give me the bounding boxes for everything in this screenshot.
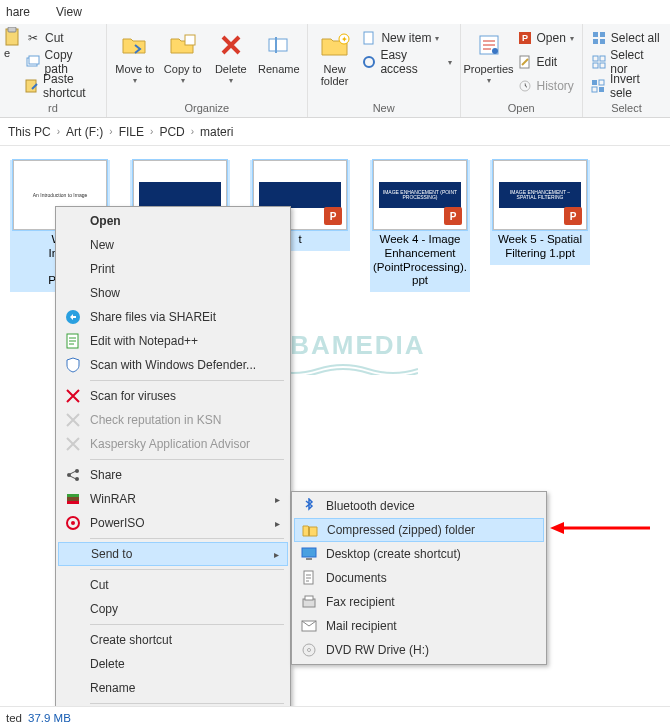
svg-rect-27 — [599, 80, 604, 85]
menu-cut[interactable]: Cut — [58, 573, 288, 597]
powerpoint-icon: P — [564, 207, 582, 225]
history-icon — [517, 78, 533, 94]
menu-ksn[interactable]: Check reputation in KSN — [58, 408, 288, 432]
invert-selection-button[interactable]: Invert sele — [587, 75, 666, 97]
menu-create-shortcut[interactable]: Create shortcut — [58, 628, 288, 652]
tab-view[interactable]: View — [56, 5, 82, 19]
mail-icon — [300, 617, 318, 635]
menu-delete[interactable]: Delete — [58, 652, 288, 676]
chevron-right-icon: › — [109, 126, 112, 137]
svg-rect-40 — [308, 527, 310, 536]
new-item-button[interactable]: New item ▾ — [357, 27, 455, 49]
edit-button[interactable]: Edit — [513, 51, 578, 73]
rename-icon — [263, 29, 295, 61]
easy-access-icon — [361, 54, 376, 70]
status-size: 37.9 MB — [28, 712, 71, 724]
context-menu: Open New Print Show Share files via SHAR… — [55, 206, 291, 728]
new-group-label: New — [312, 100, 456, 116]
svg-rect-28 — [592, 87, 597, 92]
svg-point-13 — [492, 48, 498, 54]
bc-0[interactable]: This PC — [8, 125, 51, 139]
svg-rect-24 — [593, 63, 598, 68]
menu-scan-virus[interactable]: Scan for viruses — [58, 384, 288, 408]
kaspersky-icon — [64, 411, 82, 429]
paste-button[interactable]: e — [4, 27, 21, 59]
cut-button[interactable]: ✂Cut — [21, 27, 102, 49]
poweriso-icon — [64, 514, 82, 532]
bc-2[interactable]: FILE — [119, 125, 144, 139]
svg-rect-3 — [29, 56, 39, 64]
zip-folder-icon — [301, 521, 319, 539]
menu-dvd[interactable]: DVD RW Drive (H:) — [294, 638, 544, 662]
easy-access-button[interactable]: Easy access ▾ — [357, 51, 455, 73]
select-group-label: Select — [587, 100, 666, 116]
new-folder-button[interactable]: ✦ New folder — [312, 27, 358, 87]
new-item-icon — [361, 30, 377, 46]
annotation-arrow — [550, 520, 650, 536]
chevron-right-icon: › — [150, 126, 153, 137]
chevron-right-icon: › — [57, 126, 60, 137]
menu-print[interactable]: Print — [58, 257, 288, 281]
menu-poweriso[interactable]: PowerISO▸ — [58, 511, 288, 535]
documents-icon — [300, 569, 318, 587]
organize-group-label: Organize — [111, 100, 303, 116]
delete-icon — [215, 29, 247, 61]
menu-show[interactable]: Show — [58, 281, 288, 305]
file-item[interactable]: IMAGE ENHANCEMENT (POINT PROCESSING)P We… — [370, 160, 470, 292]
powerpoint-icon: P — [324, 207, 342, 225]
bc-3[interactable]: PCD — [159, 125, 184, 139]
select-none-button[interactable]: Select nor — [587, 51, 666, 73]
menu-bluetooth[interactable]: Bluetooth device — [294, 494, 544, 518]
menu-mail[interactable]: Mail recipient — [294, 614, 544, 638]
properties-icon — [473, 29, 505, 61]
svg-rect-23 — [600, 56, 605, 61]
bc-1[interactable]: Art (F:) — [66, 125, 103, 139]
move-to-button[interactable]: Move to▾ — [111, 27, 159, 86]
new-folder-icon: ✦ — [319, 29, 351, 61]
bc-4[interactable]: materi — [200, 125, 233, 139]
menu-winrar[interactable]: WinRAR▸ — [58, 487, 288, 511]
svg-rect-29 — [599, 87, 604, 92]
menu-defender[interactable]: Scan with Windows Defender... — [58, 353, 288, 377]
menu-send-to[interactable]: Send to▸ — [58, 542, 288, 566]
svg-rect-26 — [592, 80, 597, 85]
menu-share[interactable]: Share — [58, 463, 288, 487]
history-button[interactable]: History — [513, 75, 578, 97]
paste-shortcut-button[interactable]: Paste shortcut — [21, 75, 102, 97]
tab-share[interactable]: hare — [6, 5, 30, 19]
open-icon: P — [517, 30, 533, 46]
menu-fax[interactable]: Fax recipient — [294, 590, 544, 614]
svg-rect-5 — [185, 35, 195, 45]
svg-point-39 — [71, 521, 75, 525]
menu-desktop-shortcut[interactable]: Desktop (create shortcut) — [294, 542, 544, 566]
svg-point-48 — [308, 649, 311, 652]
select-none-icon — [591, 54, 606, 70]
menu-rename[interactable]: Rename — [58, 676, 288, 700]
menu-notepad[interactable]: Edit with Notepad++ — [58, 329, 288, 353]
open-button[interactable]: POpen ▾ — [513, 27, 578, 49]
properties-button[interactable]: Properties▾ — [465, 27, 513, 86]
menu-open[interactable]: Open — [58, 209, 288, 233]
svg-rect-45 — [305, 596, 313, 600]
rename-button[interactable]: Rename — [255, 27, 303, 75]
send-to-submenu: Bluetooth device Compressed (zipped) fol… — [291, 491, 547, 665]
menu-compressed-folder[interactable]: Compressed (zipped) folder — [294, 518, 544, 542]
menu-new[interactable]: New — [58, 233, 288, 257]
paste-shortcut-icon — [25, 78, 39, 94]
copy-to-button[interactable]: Copy to▾ — [159, 27, 207, 86]
file-item[interactable]: IMAGE ENHANCEMENT – SPATIAL FILTERINGP W… — [490, 160, 590, 265]
svg-text:✦: ✦ — [340, 35, 347, 44]
menu-copy[interactable]: Copy — [58, 597, 288, 621]
delete-button[interactable]: Delete▾ — [207, 27, 255, 86]
svg-rect-1 — [8, 27, 16, 32]
menu-kav[interactable]: Kaspersky Application Advisor — [58, 432, 288, 456]
title-tabs: hare View — [0, 0, 670, 24]
menu-documents[interactable]: Documents — [294, 566, 544, 590]
menu-shareit[interactable]: Share files via SHAREit — [58, 305, 288, 329]
select-all-button[interactable]: Select all — [587, 27, 666, 49]
breadcrumb[interactable]: This PC› Art (F:)› FILE› PCD› materi — [0, 118, 670, 146]
file-name: t — [296, 233, 303, 251]
chevron-right-icon: ▸ — [275, 518, 280, 529]
defender-icon — [64, 356, 82, 374]
copy-path-button[interactable]: Copy path — [21, 51, 102, 73]
